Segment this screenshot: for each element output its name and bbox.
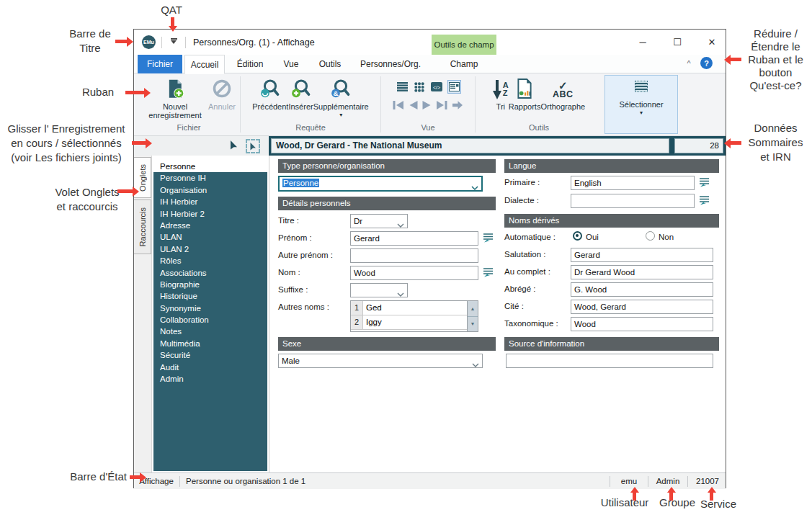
sidebar-item-ulan-2[interactable]: ULAN 2 (153, 243, 267, 255)
sidebar-item-historique[interactable]: Historique (153, 290, 267, 302)
autofill-icon[interactable] (483, 267, 494, 278)
cite-label: Cité : (504, 302, 524, 310)
previous-record-icon[interactable] (409, 100, 418, 110)
collapse-ribbon-icon[interactable]: ^ (684, 59, 694, 68)
annotation-arrow (117, 189, 133, 193)
prenom-field[interactable]: Gerard (350, 231, 478, 246)
table-row[interactable]: 1 Ged (351, 301, 478, 315)
autre-prenom-field[interactable] (350, 248, 478, 263)
tab-edition[interactable]: Édition (228, 55, 272, 73)
sidebar-item-organisation[interactable]: Organisation (153, 184, 267, 196)
radio-oui[interactable] (573, 231, 582, 241)
prenom-label: Prénom : (278, 233, 312, 242)
maximize-button[interactable]: ☐ (669, 37, 685, 48)
group-label-fichier: Fichier (138, 123, 240, 135)
group-label-requete: Requête (241, 123, 380, 135)
ribbon-tab-row: Fichier Accueil Édition Vue Outils Perso… (134, 55, 726, 73)
first-record-icon[interactable] (393, 100, 404, 110)
scroll-up-icon[interactable]: ▲ (468, 301, 478, 317)
type-combo[interactable]: Personne (278, 176, 483, 192)
table-row[interactable]: 2 Iggy (351, 315, 478, 330)
sort-button[interactable]: AZ Tri (493, 73, 509, 123)
spelling-button[interactable]: ✓ ABC Orthographe (540, 73, 585, 123)
autofill-icon[interactable] (699, 195, 710, 206)
scroll-down-icon[interactable]: ▼ (468, 317, 478, 332)
sidebar-item-multimedia[interactable]: Multimédia (153, 338, 267, 349)
sidebar-item-adresse[interactable]: Adresse (153, 220, 267, 231)
summary-frame: Wood, Dr Gerard - The National Museum 28 (269, 136, 726, 156)
taxonomique-field[interactable]: Wood (571, 317, 713, 331)
side-tab-raccourcis[interactable]: Raccourcis (134, 200, 151, 254)
sidebar-item-biographie[interactable]: Biographie (153, 279, 267, 290)
tab-champ[interactable]: Champ (432, 55, 496, 73)
sidebar-item-personne[interactable]: Personne (153, 161, 267, 172)
radio-non[interactable] (646, 231, 655, 241)
abrege-field[interactable]: G. Wood (571, 282, 713, 297)
source-field[interactable] (506, 354, 713, 368)
form-view-icon[interactable] (447, 80, 461, 94)
select-button[interactable]: Sélectionner ▾ (604, 75, 678, 134)
last-record-icon[interactable] (436, 100, 447, 110)
sidebar-item-personne-ih[interactable]: Personne IH (153, 172, 267, 184)
goto-record-icon[interactable] (452, 100, 463, 110)
ribbon-group-fichier: Nouvel enregistrement Annuler Fichier (138, 73, 240, 135)
list-view-icon[interactable] (396, 80, 409, 94)
titlebar-separator (185, 37, 186, 48)
annotation-arrow (171, 17, 174, 26)
sidebar-item-notes[interactable]: Notes (153, 326, 267, 337)
close-button[interactable]: ✕ (704, 37, 720, 48)
insert-query-button[interactable]: Insérer (288, 73, 313, 123)
annotation-arrow (633, 493, 636, 501)
nom-field[interactable]: Wood (350, 266, 478, 280)
additional-query-button[interactable]: & Supplémentaire ▾ (313, 73, 369, 123)
new-record-button[interactable]: Nouvel enregistrement (142, 73, 208, 123)
reports-button[interactable]: Rapports (509, 73, 541, 123)
reports-label: Rapports (509, 102, 541, 111)
primaire-field[interactable]: English (571, 176, 695, 190)
cancel-button[interactable]: Annuler (208, 73, 236, 123)
help-icon[interactable]: ? (700, 57, 713, 69)
titre-combo[interactable]: Dr (350, 214, 408, 228)
sidebar-item-ih-herbier-2[interactable]: IH Herbier 2 (153, 208, 267, 220)
tab-outils[interactable]: Outils (311, 55, 349, 73)
section-header-sexe: Sexe (278, 337, 496, 351)
previous-query-button[interactable]: Précédent (252, 73, 288, 123)
svg-text:</>: </> (433, 85, 440, 90)
au-complet-field[interactable]: Dr Gerard Wood (571, 265, 713, 279)
tab-accueil[interactable]: Accueil (184, 55, 225, 74)
cite-field[interactable]: Wood, Gerard (571, 300, 713, 314)
drag-current-record-icon[interactable] (229, 140, 238, 153)
sidebar-item-collaboration[interactable]: Collaboration (153, 314, 267, 326)
sidebar-item-audit[interactable]: Audit (153, 362, 267, 373)
suffixe-combo[interactable] (350, 283, 408, 297)
drag-selected-records-icon[interactable] (246, 139, 260, 153)
autre-prenom-label: Autre prénom : (278, 251, 333, 259)
sidebar-item-roles[interactable]: Rôles (153, 255, 267, 266)
salutation-field[interactable]: Gerard (571, 248, 713, 262)
other-name-value[interactable]: Iggy (363, 315, 478, 329)
sidebar-item-ulan[interactable]: ULAN (153, 231, 267, 243)
tab-personnes-org[interactable]: Personnes/Org. (353, 55, 428, 73)
other-name-value[interactable]: Ged (363, 301, 478, 315)
sexe-combo[interactable]: Male (278, 354, 483, 368)
autofill-icon[interactable] (483, 233, 494, 243)
sidebar-item-ih-herbier[interactable]: IH Herbier (153, 196, 267, 207)
tab-vue[interactable]: Vue (275, 55, 307, 73)
tab-fichier[interactable]: Fichier (138, 55, 182, 73)
sidebar-item-associations[interactable]: Associations (153, 267, 267, 279)
grid-view-icon[interactable] (413, 80, 427, 94)
next-record-icon[interactable] (422, 100, 432, 110)
summary-data-field[interactable]: Wood, Dr Gerard - The National Museum (271, 138, 669, 153)
other-names-grid[interactable]: 1 Ged 2 Iggy ▲ ▼ (350, 300, 478, 332)
chevron-down-icon (472, 359, 479, 364)
sidebar-item-admin[interactable]: Admin (153, 373, 267, 385)
code-view-icon[interactable]: </> (430, 80, 444, 94)
insert-query-icon (291, 79, 311, 100)
grid-scrollbar[interactable]: ▲ ▼ (467, 301, 478, 331)
sidebar-item-securite[interactable]: Sécurité (153, 349, 267, 361)
autofill-icon[interactable] (699, 177, 710, 188)
minimize-button[interactable]: ─ (635, 37, 651, 48)
qat-customize-icon[interactable] (168, 37, 179, 48)
dialecte-field[interactable] (571, 194, 695, 208)
sidebar-item-synonymie[interactable]: Synonymie (153, 302, 267, 314)
